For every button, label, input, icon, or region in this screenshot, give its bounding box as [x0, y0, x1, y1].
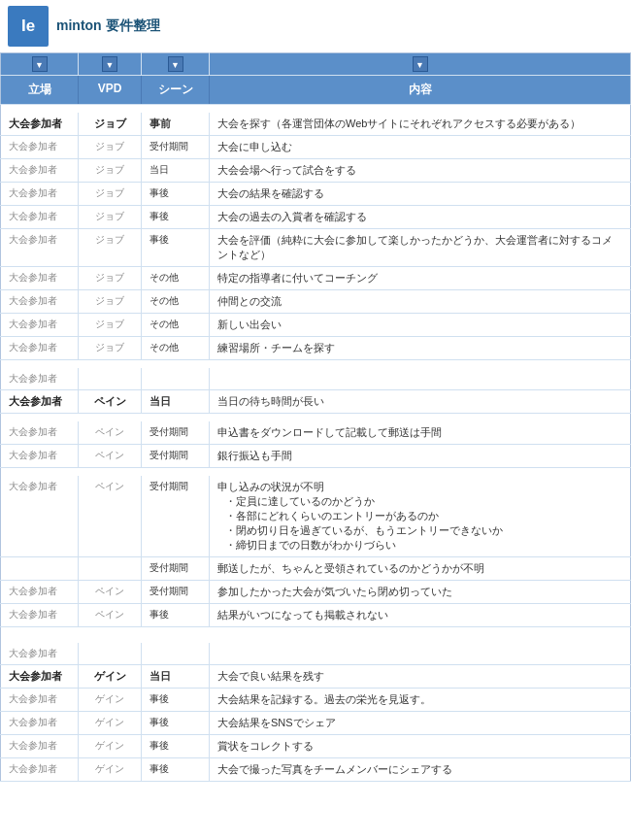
cell-tachiba: 大会参加者 — [1, 604, 79, 627]
cell-vpd: ジョブ — [79, 314, 142, 337]
cell-vpd: ゲイン — [79, 712, 142, 735]
cell-vpd: ジョブ — [79, 229, 142, 267]
cell-naiyou: 申し込みの状況が不明・定員に達しているのかどうか・各部にどれくらいのエントリーが… — [210, 476, 631, 557]
table-row: 大会参加者 ゲイン 事後 大会結果をSNSでシェア — [1, 712, 631, 735]
page-title: minton 要件整理 — [56, 17, 160, 35]
cell-scene: 受付期間 — [142, 421, 210, 445]
table-row: 大会参加者 ペイン 受付期間 申込書をダウンロードして記載して郵送は手間 — [1, 421, 631, 445]
cell-tachiba: 大会参加者 — [1, 665, 79, 689]
cell-tachiba: 大会参加者 — [1, 290, 79, 314]
cell-vpd: ジョブ — [79, 183, 142, 206]
cell-scene: 当日 — [142, 159, 210, 183]
table-row: 大会参加者 ジョブ 事後 大会を評価（純粋に大会に参加して楽しかったかどうか、大… — [1, 229, 631, 267]
cell-tachiba: 大会参加者 — [1, 735, 79, 758]
cell-scene: 事後 — [142, 689, 210, 712]
cell-vpd: ペイン — [79, 390, 142, 414]
cell-tachiba: 大会参加者 — [1, 136, 79, 159]
cell-scene: 受付期間 — [142, 557, 210, 581]
cell-scene: その他 — [142, 290, 210, 314]
cell-naiyou: 結果がいつになっても掲載されない — [210, 604, 631, 627]
cell-naiyou: 賞状をコレクトする — [210, 735, 631, 758]
filter-icon-scene[interactable]: ▼ — [168, 56, 183, 72]
spacer-row — [1, 105, 631, 114]
cell-vpd: ジョブ — [79, 290, 142, 314]
cell-tachiba: 大会参加者 — [1, 445, 79, 468]
cell-vpd: ゲイン — [79, 665, 142, 689]
cell-vpd — [79, 557, 142, 581]
table-row: 大会参加者 ペイン 受付期間 参加したかった大会が気づいたら閉め切っていた — [1, 581, 631, 604]
table-row: 大会参加者 ジョブ 当日 大会会場へ行って試合をする — [1, 159, 631, 183]
cell-vpd: ゲイン — [79, 689, 142, 712]
table-row: 大会参加者 ジョブ 受付期間 大会に申し込む — [1, 136, 631, 159]
col-header-tachiba: 立場 — [1, 76, 79, 105]
cell-tachiba: 大会参加者 — [1, 229, 79, 267]
cell-naiyou: 大会会場へ行って試合をする — [210, 159, 631, 183]
cell-vpd: ジョブ — [79, 337, 142, 360]
cell-scene: 事後 — [142, 712, 210, 735]
cell-tachiba: 大会参加者 — [1, 267, 79, 290]
cell-scene: 受付期間 — [142, 476, 210, 557]
table-row — [1, 635, 631, 643]
cell-vpd: ペイン — [79, 421, 142, 445]
cell-naiyou: 銀行振込も手間 — [210, 445, 631, 468]
cell-tachiba: 大会参加者 — [1, 337, 79, 360]
cell-tachiba: 大会参加者 — [1, 390, 79, 414]
cell-naiyou: 大会に申し込む — [210, 136, 631, 159]
cell-tachiba: 大会参加者 — [1, 113, 79, 136]
table-row: 大会参加者 ジョブ その他 仲間との交流 — [1, 290, 631, 314]
cell-naiyou: 大会の過去の入賞者を確認する — [210, 206, 631, 229]
table-row: 大会参加者 ジョブ その他 練習場所・チームを探す — [1, 337, 631, 360]
cell-tachiba: 大会参加者 — [1, 368, 79, 390]
table-row — [1, 468, 631, 477]
cell-tachiba: 大会参加者 — [1, 643, 79, 665]
cell-vpd: ゲイン — [79, 735, 142, 758]
cell-vpd: ペイン — [79, 604, 142, 627]
cell-tachiba: 大会参加者 — [1, 183, 79, 206]
cell-scene: その他 — [142, 337, 210, 360]
filter-icon-tachiba[interactable]: ▼ — [32, 56, 48, 72]
cell-tachiba: 大会参加者 — [1, 758, 79, 782]
cell-tachiba: 大会参加者 — [1, 421, 79, 445]
cell-scene: 当日 — [142, 390, 210, 414]
cell-scene: 事後 — [142, 604, 210, 627]
cell-vpd: ゲイン — [79, 758, 142, 782]
cell-scene: 受付期間 — [142, 445, 210, 468]
table-row: 大会参加者 ゲイン 当日 大会で良い結果を残す — [1, 665, 631, 689]
cell-naiyou: 大会結果を記録する。過去の栄光を見返す。 — [210, 689, 631, 712]
cell-vpd: ジョブ — [79, 206, 142, 229]
cell-naiyou: 大会結果をSNSでシェア — [210, 712, 631, 735]
cell-scene: 事後 — [142, 735, 210, 758]
cell-vpd — [79, 368, 142, 390]
cell-naiyou — [210, 368, 631, 390]
table-row — [1, 360, 631, 369]
cell-scene: 受付期間 — [142, 136, 210, 159]
cell-scene: 事後 — [142, 758, 210, 782]
filter-icon-vpd[interactable]: ▼ — [102, 56, 117, 72]
filter-icon-naiyou[interactable]: ▼ — [413, 56, 428, 72]
cell-scene: その他 — [142, 314, 210, 337]
cell-vpd: ペイン — [79, 445, 142, 468]
table-row — [1, 627, 631, 636]
cell-scene: 当日 — [142, 665, 210, 689]
logo-badge: Ie — [8, 6, 49, 47]
cell-naiyou: 練習場所・チームを探す — [210, 337, 631, 360]
cell-scene — [142, 643, 210, 665]
table-row: 大会参加者 ゲイン 事後 賞状をコレクトする — [1, 735, 631, 758]
cell-scene: 受付期間 — [142, 581, 210, 604]
cell-naiyou: 大会で撮った写真をチームメンバーにシェアする — [210, 758, 631, 782]
table-row: 大会参加者 ジョブ その他 特定の指導者に付いてコーチング — [1, 267, 631, 290]
cell-scene: その他 — [142, 267, 210, 290]
col-header-naiyou: 内容 — [210, 76, 631, 105]
page-header: Ie minton 要件整理 — [0, 0, 631, 52]
table-row: 大会参加者 ジョブ 事後 大会の結果を確認する — [1, 183, 631, 206]
cell-naiyou — [210, 643, 631, 665]
cell-vpd: ペイン — [79, 581, 142, 604]
table-row: 大会参加者 ゲイン 事後 大会結果を記録する。過去の栄光を見返す。 — [1, 689, 631, 712]
cell-naiyou: 大会で良い結果を残す — [210, 665, 631, 689]
cell-naiyou: 仲間との交流 — [210, 290, 631, 314]
cell-naiyou: 申込書をダウンロードして記載して郵送は手間 — [210, 421, 631, 445]
cell-tachiba: 大会参加者 — [1, 712, 79, 735]
cell-naiyou: 特定の指導者に付いてコーチング — [210, 267, 631, 290]
table-row: 大会参加者 — [1, 368, 631, 390]
table-row: 大会参加者 — [1, 643, 631, 665]
